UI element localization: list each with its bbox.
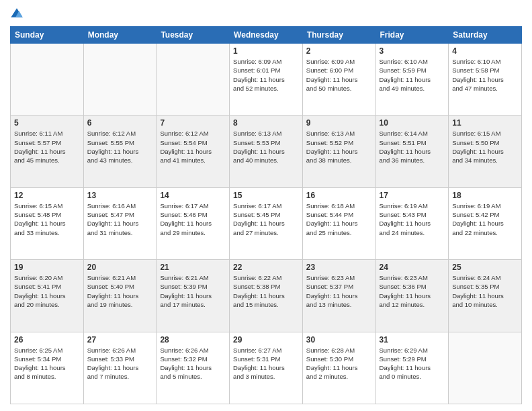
day-info: Sunrise: 6:10 AM Sunset: 5:58 PM Dayligh…: [452, 57, 518, 93]
day-number: 2: [306, 46, 372, 56]
day-info: Sunrise: 6:16 AM Sunset: 5:47 PM Dayligh…: [87, 201, 153, 237]
day-info: Sunrise: 6:27 AM Sunset: 5:31 PM Dayligh…: [233, 346, 299, 381]
day-number: 6: [87, 118, 153, 128]
weekday-header-friday: Friday: [375, 27, 449, 44]
day-number: 17: [380, 191, 445, 200]
calendar-cell: 13Sunrise: 6:16 AM Sunset: 5:47 PM Dayli…: [83, 187, 157, 259]
calendar-cell: 19Sunrise: 6:20 AM Sunset: 5:41 PM Dayli…: [11, 260, 84, 332]
day-number: 23: [306, 263, 372, 272]
weekday-header-monday: Monday: [83, 27, 157, 44]
calendar-cell: 14Sunrise: 6:17 AM Sunset: 5:46 PM Dayli…: [157, 187, 230, 259]
weekday-header-sunday: Sunday: [11, 27, 84, 44]
calendar-cell: 25Sunrise: 6:24 AM Sunset: 5:35 PM Dayli…: [449, 260, 522, 332]
day-number: 8: [233, 118, 299, 128]
logo-icon: [10, 7, 24, 21]
page: SundayMondayTuesdayWednesdayThursdayFrid…: [0, 0, 532, 411]
day-number: 12: [14, 191, 80, 200]
calendar-cell: 20Sunrise: 6:21 AM Sunset: 5:40 PM Dayli…: [83, 260, 157, 332]
day-number: 3: [380, 46, 445, 56]
calendar-cell: 28Sunrise: 6:26 AM Sunset: 5:32 PM Dayli…: [157, 332, 230, 404]
day-info: Sunrise: 6:22 AM Sunset: 5:38 PM Dayligh…: [233, 273, 299, 309]
calendar-cell: 1Sunrise: 6:09 AM Sunset: 6:01 PM Daylig…: [230, 44, 303, 116]
calendar-cell: 8Sunrise: 6:13 AM Sunset: 5:53 PM Daylig…: [230, 116, 303, 187]
day-number: 19: [14, 263, 80, 272]
day-info: Sunrise: 6:12 AM Sunset: 5:54 PM Dayligh…: [160, 129, 226, 165]
calendar-cell: 4Sunrise: 6:10 AM Sunset: 5:58 PM Daylig…: [449, 44, 522, 116]
day-info: Sunrise: 6:11 AM Sunset: 5:57 PM Dayligh…: [14, 129, 80, 165]
day-info: Sunrise: 6:25 AM Sunset: 5:34 PM Dayligh…: [14, 346, 80, 381]
day-info: Sunrise: 6:28 AM Sunset: 5:30 PM Dayligh…: [306, 346, 372, 381]
day-info: Sunrise: 6:09 AM Sunset: 6:00 PM Dayligh…: [306, 57, 372, 93]
calendar-cell: 11Sunrise: 6:15 AM Sunset: 5:50 PM Dayli…: [449, 116, 522, 187]
calendar-cell: [83, 44, 157, 116]
day-number: 11: [452, 118, 518, 128]
logo: [10, 7, 26, 21]
day-number: 18: [452, 191, 518, 200]
day-number: 31: [380, 335, 445, 345]
day-number: 21: [160, 263, 226, 272]
weekday-header-thursday: Thursday: [302, 27, 375, 44]
weekday-header-saturday: Saturday: [449, 27, 522, 44]
calendar-cell: 10Sunrise: 6:14 AM Sunset: 5:51 PM Dayli…: [375, 116, 449, 187]
day-number: 28: [160, 335, 226, 345]
day-info: Sunrise: 6:12 AM Sunset: 5:55 PM Dayligh…: [87, 129, 153, 165]
day-info: Sunrise: 6:24 AM Sunset: 5:35 PM Dayligh…: [452, 273, 518, 309]
calendar-cell: [157, 44, 230, 116]
calendar-cell: [11, 44, 84, 116]
calendar-cell: 2Sunrise: 6:09 AM Sunset: 6:00 PM Daylig…: [302, 44, 375, 116]
calendar-cell: 15Sunrise: 6:17 AM Sunset: 5:45 PM Dayli…: [230, 187, 303, 259]
calendar-cell: 26Sunrise: 6:25 AM Sunset: 5:34 PM Dayli…: [11, 332, 84, 404]
day-info: Sunrise: 6:18 AM Sunset: 5:44 PM Dayligh…: [306, 201, 372, 237]
day-number: 14: [160, 191, 226, 200]
day-info: Sunrise: 6:19 AM Sunset: 5:43 PM Dayligh…: [380, 201, 445, 237]
day-number: 16: [306, 191, 372, 200]
day-info: Sunrise: 6:19 AM Sunset: 5:42 PM Dayligh…: [452, 201, 518, 237]
day-number: 30: [306, 335, 372, 345]
calendar-cell: 31Sunrise: 6:29 AM Sunset: 5:29 PM Dayli…: [375, 332, 449, 404]
day-info: Sunrise: 6:17 AM Sunset: 5:46 PM Dayligh…: [160, 201, 226, 237]
calendar-week-row: 12Sunrise: 6:15 AM Sunset: 5:48 PM Dayli…: [11, 187, 522, 259]
day-number: 29: [233, 335, 299, 345]
day-number: 13: [87, 191, 153, 200]
day-info: Sunrise: 6:13 AM Sunset: 5:52 PM Dayligh…: [306, 129, 372, 165]
day-info: Sunrise: 6:21 AM Sunset: 5:39 PM Dayligh…: [160, 273, 226, 309]
calendar-week-row: 5Sunrise: 6:11 AM Sunset: 5:57 PM Daylig…: [11, 116, 522, 187]
day-number: 10: [380, 118, 445, 128]
calendar-cell: 6Sunrise: 6:12 AM Sunset: 5:55 PM Daylig…: [83, 116, 157, 187]
day-number: 25: [452, 263, 518, 272]
calendar-cell: 22Sunrise: 6:22 AM Sunset: 5:38 PM Dayli…: [230, 260, 303, 332]
day-info: Sunrise: 6:13 AM Sunset: 5:53 PM Dayligh…: [233, 129, 299, 165]
calendar-cell: 30Sunrise: 6:28 AM Sunset: 5:30 PM Dayli…: [302, 332, 375, 404]
day-number: 22: [233, 263, 299, 272]
calendar-cell: 23Sunrise: 6:23 AM Sunset: 5:37 PM Dayli…: [302, 260, 375, 332]
day-number: 26: [14, 335, 80, 345]
calendar-cell: 16Sunrise: 6:18 AM Sunset: 5:44 PM Dayli…: [302, 187, 375, 259]
day-number: 9: [306, 118, 372, 128]
day-number: 24: [380, 263, 445, 272]
day-info: Sunrise: 6:20 AM Sunset: 5:41 PM Dayligh…: [14, 273, 80, 309]
weekday-header-row: SundayMondayTuesdayWednesdayThursdayFrid…: [11, 27, 522, 44]
calendar-cell: 12Sunrise: 6:15 AM Sunset: 5:48 PM Dayli…: [11, 187, 84, 259]
calendar-cell: 27Sunrise: 6:26 AM Sunset: 5:33 PM Dayli…: [83, 332, 157, 404]
calendar-cell: 9Sunrise: 6:13 AM Sunset: 5:52 PM Daylig…: [302, 116, 375, 187]
day-info: Sunrise: 6:14 AM Sunset: 5:51 PM Dayligh…: [380, 129, 445, 165]
calendar-cell: 18Sunrise: 6:19 AM Sunset: 5:42 PM Dayli…: [449, 187, 522, 259]
calendar-cell: 21Sunrise: 6:21 AM Sunset: 5:39 PM Dayli…: [157, 260, 230, 332]
weekday-header-wednesday: Wednesday: [230, 27, 303, 44]
calendar-week-row: 19Sunrise: 6:20 AM Sunset: 5:41 PM Dayli…: [11, 260, 522, 332]
day-number: 15: [233, 191, 299, 200]
day-info: Sunrise: 6:15 AM Sunset: 5:48 PM Dayligh…: [14, 201, 80, 237]
header: [10, 7, 522, 21]
day-info: Sunrise: 6:10 AM Sunset: 5:59 PM Dayligh…: [380, 57, 445, 93]
day-number: 20: [87, 263, 153, 272]
weekday-header-tuesday: Tuesday: [157, 27, 230, 44]
calendar-table: SundayMondayTuesdayWednesdayThursdayFrid…: [10, 26, 522, 404]
day-info: Sunrise: 6:15 AM Sunset: 5:50 PM Dayligh…: [452, 129, 518, 165]
day-info: Sunrise: 6:26 AM Sunset: 5:33 PM Dayligh…: [87, 346, 153, 381]
day-info: Sunrise: 6:17 AM Sunset: 5:45 PM Dayligh…: [233, 201, 299, 237]
calendar-cell: 3Sunrise: 6:10 AM Sunset: 5:59 PM Daylig…: [375, 44, 449, 116]
day-number: 4: [452, 46, 518, 56]
day-number: 5: [14, 118, 80, 128]
calendar-cell: 17Sunrise: 6:19 AM Sunset: 5:43 PM Dayli…: [375, 187, 449, 259]
day-number: 1: [233, 46, 299, 56]
